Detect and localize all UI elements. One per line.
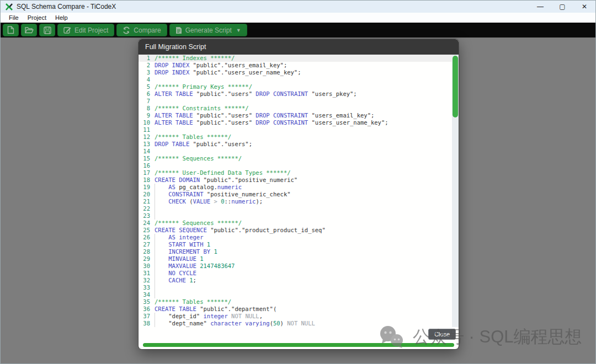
line-content (155, 162, 452, 169)
code-line: 37 "dept_id" integer NOT NULL, (139, 313, 452, 320)
line-number: 14 (139, 148, 155, 155)
code-line: 1/****** Indexes ******/ (139, 55, 452, 62)
edit-project-button[interactable]: Edit Project (57, 24, 114, 36)
line-content (155, 291, 452, 298)
line-number: 9 (139, 112, 155, 119)
scrollbar-thumb[interactable] (453, 56, 458, 117)
code-line: 4 (139, 76, 452, 83)
code-line: 7 (139, 98, 452, 105)
code-editor[interactable]: 1/****** Indexes ******/2DROP INDEX "pub… (139, 55, 452, 327)
menu-project[interactable]: Project (23, 14, 51, 21)
save-project-button[interactable] (39, 24, 55, 36)
line-content: CREATE TABLE "public"."department"( (155, 306, 452, 313)
line-content: /****** Indexes ******/ (155, 55, 452, 62)
code-line: 14 (139, 148, 452, 155)
line-number: 23 (139, 212, 155, 220)
code-line: 31 NO CYCLE (139, 270, 452, 277)
line-content: START WITH 1 (155, 241, 452, 248)
floppy-disk-icon (44, 26, 51, 34)
line-number: 30 (139, 263, 155, 270)
line-number: 35 (139, 298, 155, 306)
line-number: 16 (139, 162, 155, 169)
code-line: 3DROP INDEX "public"."users_user_name_ke… (139, 69, 452, 76)
code-line: 28 INCREMENT BY 1 (139, 248, 452, 255)
line-number: 28 (139, 248, 155, 255)
line-number: 32 (139, 277, 155, 284)
menu-file[interactable]: File (4, 14, 23, 21)
minimize-button[interactable]: — (529, 1, 551, 13)
menu-help[interactable]: Help (51, 14, 72, 21)
script-file-icon (175, 26, 182, 34)
code-line: 34 (139, 291, 452, 298)
line-number: 18 (139, 176, 155, 184)
line-content: "dept_name" character varying(50) NOT NU… (155, 320, 452, 327)
line-number: 17 (139, 169, 155, 176)
line-number: 26 (139, 234, 155, 241)
code-line: 23 (139, 212, 452, 220)
line-number: 29 (139, 255, 155, 263)
line-number: 6 (139, 90, 155, 98)
edit-pencil-icon (63, 26, 71, 34)
title-bar: SQL Schema Compare - TiCodeX — ▢ ✕ (1, 1, 595, 13)
scrollbar-track[interactable] (452, 55, 459, 327)
sql-script-viewer: 1/****** Indexes ******/2DROP INDEX "pub… (139, 55, 459, 327)
line-content: /****** Tables ******/ (155, 133, 452, 141)
line-number: 15 (139, 155, 155, 162)
compare-button[interactable]: Compare (116, 24, 167, 36)
window-title: SQL Schema Compare - TiCodeX (17, 3, 116, 10)
code-line: 19 AS pg_catalog.numeric (139, 184, 452, 191)
dialog-title: Full Migration Script (145, 43, 206, 51)
line-content: MAXVALUE 2147483647 (155, 263, 452, 270)
compare-sync-icon (123, 26, 130, 34)
open-project-button[interactable] (21, 24, 37, 36)
window-controls: — ▢ ✕ (529, 1, 595, 13)
line-content: /****** Primary Keys ******/ (155, 83, 452, 90)
line-content (155, 284, 452, 291)
code-line: 21 CHECK (VALUE > 0::numeric); (139, 198, 452, 205)
line-content: ALTER TABLE "public"."users" DROP CONSTR… (155, 112, 452, 119)
app-logo-icon (6, 3, 13, 10)
code-line: 30 MAXVALUE 2147483647 (139, 263, 452, 270)
line-number: 12 (139, 133, 155, 141)
line-number: 21 (139, 198, 155, 205)
edit-project-label: Edit Project (74, 26, 108, 34)
line-content (155, 212, 452, 220)
close-window-button[interactable]: ✕ (573, 1, 595, 13)
maximize-button[interactable]: ▢ (551, 1, 573, 13)
script-progress-bar (143, 343, 454, 347)
line-content: "dept_id" integer NOT NULL, (155, 313, 452, 320)
line-content: AS pg_catalog.numeric (155, 184, 452, 191)
dialog-footer: Close (139, 327, 459, 341)
line-number: 11 (139, 126, 155, 133)
generate-script-label: Generate Script (185, 26, 232, 34)
line-number: 33 (139, 284, 155, 291)
line-content: INCREMENT BY 1 (155, 248, 452, 255)
code-line: 26 AS integer (139, 234, 452, 241)
open-folder-icon (25, 26, 34, 34)
line-content: /****** Tables ******/ (155, 298, 452, 306)
generate-script-button[interactable]: Generate Script ▼ (169, 24, 247, 36)
line-content: /****** Sequences ******/ (155, 220, 452, 227)
line-content (155, 205, 452, 212)
code-line: 10ALTER TABLE "public"."users" DROP CONS… (139, 119, 452, 126)
app-window: SQL Schema Compare - TiCodeX — ▢ ✕ File … (0, 0, 596, 364)
line-number: 3 (139, 69, 155, 76)
line-content: /****** Constraints ******/ (155, 105, 452, 112)
menu-bar: File Project Help (1, 13, 595, 23)
code-line: 2DROP INDEX "public"."users_email_key"; (139, 62, 452, 69)
chevron-down-icon: ▼ (236, 28, 241, 33)
new-project-button[interactable] (3, 24, 19, 36)
close-dialog-button[interactable]: Close (428, 329, 456, 340)
line-content (155, 76, 452, 83)
line-content: CREATE DOMAIN "public"."positive_numeric… (155, 176, 452, 184)
line-content: CREATE SEQUENCE "public"."product_produc… (155, 227, 452, 234)
line-number: 7 (139, 98, 155, 105)
toolbar: Edit Project Compare Generate Script ▼ (1, 23, 595, 38)
line-number: 1 (139, 55, 155, 62)
code-line: 8/****** Constraints ******/ (139, 105, 452, 112)
document-icon (7, 26, 14, 34)
line-content: CHECK (VALUE > 0::numeric); (155, 198, 452, 205)
line-number: 24 (139, 220, 155, 227)
modal-backdrop: Full Migration Script 1/****** Indexes *… (1, 38, 595, 363)
code-line: 24/****** Sequences ******/ (139, 220, 452, 227)
